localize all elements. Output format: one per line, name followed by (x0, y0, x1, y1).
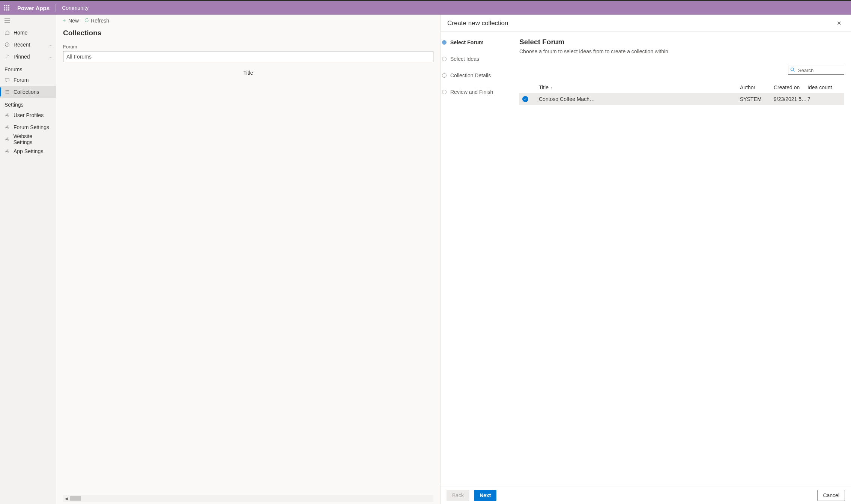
svg-point-23 (6, 150, 8, 152)
nav-pinned[interactable]: Pinned ⌄ (0, 51, 56, 63)
svg-rect-7 (6, 9, 8, 11)
gear-icon (4, 113, 11, 118)
step-label: Collection Details (450, 72, 491, 78)
nav-app-settings-label: App Settings (14, 148, 43, 154)
step-collection-details[interactable]: Collection Details (442, 72, 519, 89)
step-select-ideas[interactable]: Select Ideas (442, 56, 519, 72)
gear-icon (4, 125, 11, 130)
mid-column: ＋ New Refresh Collections Forum Title ◀ (56, 15, 440, 504)
chevron-down-icon: ⌄ (49, 54, 52, 59)
row-title: Contoso Coffee Mach… (539, 96, 740, 102)
chat-icon (4, 77, 11, 83)
nav-website-settings[interactable]: Website Settings (0, 133, 56, 145)
nav-recent[interactable]: Recent ⌄ (0, 39, 56, 51)
step-dot-icon (442, 40, 447, 45)
main-layout: Home Recent ⌄ Pinned ⌄ Forums Forum Coll… (0, 15, 851, 504)
panel-title: Create new collection (447, 20, 508, 27)
content-head-text: Select Forum Choose a forum to select id… (519, 38, 670, 54)
cancel-button[interactable]: Cancel (817, 490, 845, 501)
col-check[interactable] (522, 82, 539, 93)
search-input[interactable] (788, 66, 844, 75)
list-icon (4, 89, 11, 95)
mid-scrollbar[interactable]: ◀ (63, 495, 433, 502)
col-idea[interactable]: Idea count (807, 82, 841, 93)
close-button[interactable]: ✕ (834, 18, 844, 29)
panel-body: Select Forum Select Ideas Collection Det… (441, 32, 851, 486)
left-nav: Home Recent ⌄ Pinned ⌄ Forums Forum Coll… (0, 15, 56, 504)
nav-collections[interactable]: Collections (0, 86, 56, 98)
nav-user-profiles[interactable]: User Profiles (0, 109, 56, 121)
nav-app-settings[interactable]: App Settings (0, 145, 56, 157)
col-author[interactable]: Author (740, 82, 774, 93)
new-button[interactable]: ＋ New (62, 17, 79, 24)
plus-icon: ＋ (62, 17, 67, 24)
scroll-thumb[interactable] (70, 496, 81, 501)
svg-rect-8 (8, 9, 9, 11)
grid-header: Title ↑ Author Created on Idea count (519, 82, 844, 93)
step-review-finish[interactable]: Review and Finish (442, 89, 519, 105)
nav-forum-settings[interactable]: Forum Settings (0, 121, 56, 133)
nav-section-forums: Forums (0, 63, 56, 74)
svg-point-24 (791, 68, 794, 71)
svg-rect-1 (6, 5, 8, 6)
refresh-button[interactable]: Refresh (84, 18, 109, 24)
wizard-steps: Select Forum Select Ideas Collection Det… (441, 32, 519, 486)
header-divider (56, 4, 56, 12)
next-button[interactable]: Next (474, 490, 496, 501)
col-title[interactable]: Title ↑ (539, 82, 740, 93)
refresh-icon (84, 18, 89, 24)
nav-home-label: Home (14, 30, 27, 36)
col-created[interactable]: Created on (774, 82, 807, 93)
svg-rect-6 (4, 9, 5, 11)
svg-line-25 (793, 71, 794, 72)
app-area[interactable]: Community (58, 5, 92, 11)
scroll-left-icon[interactable]: ◀ (63, 496, 70, 501)
forum-label: Forum (63, 44, 433, 50)
svg-point-22 (6, 138, 8, 140)
row-created: 9/23/2021 5:2… (774, 96, 807, 102)
svg-rect-5 (8, 8, 9, 9)
step-dot-icon (442, 57, 447, 61)
forum-input[interactable] (63, 51, 433, 62)
step-dot-icon (442, 73, 447, 78)
refresh-label: Refresh (91, 18, 109, 24)
content-head-row: Select Forum Choose a forum to select id… (519, 38, 844, 54)
svg-point-20 (6, 114, 8, 116)
panel-footer: Back Next Cancel (441, 486, 851, 504)
step-dot-icon (442, 90, 447, 94)
row-idea: 7 (807, 96, 841, 102)
close-icon: ✕ (837, 20, 842, 27)
panel-header: Create new collection ✕ (441, 15, 851, 32)
nav-section-settings: Settings (0, 98, 56, 109)
chevron-down-icon: ⌄ (49, 42, 52, 47)
row-checkbox[interactable]: ✓ (522, 96, 528, 102)
mid-title: Collections (63, 29, 433, 37)
step-select-forum[interactable]: Select Forum (442, 39, 519, 56)
nav-hamburger[interactable] (0, 15, 56, 27)
svg-rect-13 (5, 78, 9, 81)
nav-user-profiles-label: User Profiles (14, 112, 44, 118)
table-row[interactable]: ✓ Contoso Coffee Mach… SYSTEM 9/23/2021 … (519, 93, 844, 105)
mid-col-title[interactable]: Title (65, 68, 432, 78)
gear-icon (4, 149, 11, 154)
nav-pinned-label: Pinned (14, 54, 30, 60)
app-header: Power Apps Community (0, 1, 851, 15)
content-title: Select Forum (519, 38, 670, 46)
step-label: Select Ideas (450, 56, 479, 62)
svg-rect-2 (8, 5, 9, 6)
svg-rect-4 (6, 8, 8, 9)
sort-asc-icon: ↑ (551, 86, 553, 90)
forum-grid: Title ↑ Author Created on Idea count ✓ (519, 82, 844, 105)
step-label: Select Forum (450, 39, 484, 45)
svg-point-21 (6, 126, 8, 128)
mid-toolbar: ＋ New Refresh (56, 15, 440, 27)
waffle-icon[interactable] (0, 1, 14, 15)
check-icon: ✓ (524, 97, 527, 101)
panel-content: Select Forum Choose a forum to select id… (519, 32, 851, 486)
nav-home[interactable]: Home (0, 27, 56, 39)
step-label: Review and Finish (450, 89, 493, 95)
nav-collections-label: Collections (14, 89, 39, 95)
nav-forum[interactable]: Forum (0, 74, 56, 86)
back-button[interactable]: Back (447, 490, 469, 501)
app-title[interactable]: Power Apps (14, 5, 53, 11)
